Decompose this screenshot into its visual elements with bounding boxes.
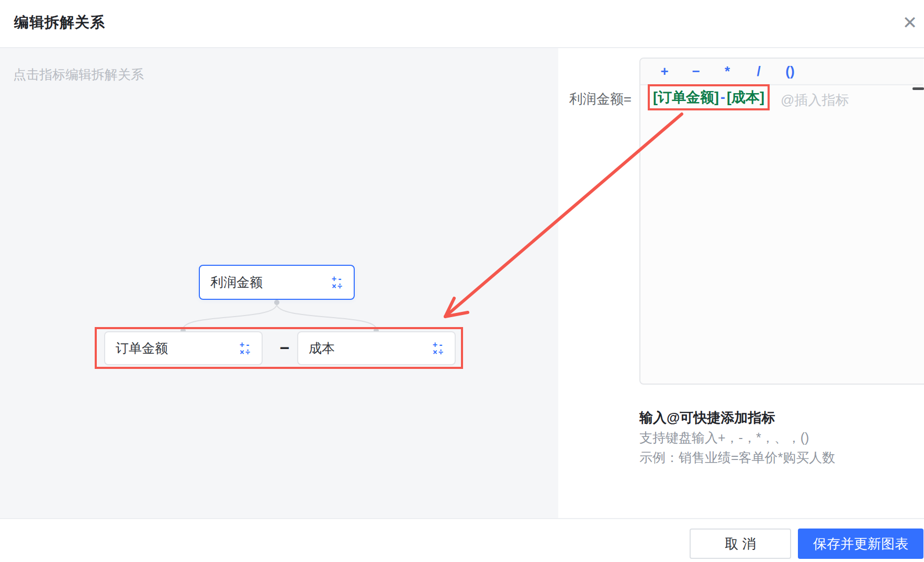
- metric-node-child-order-amount[interactable]: 订单金额 +- ×÷: [104, 331, 263, 365]
- formula-operator-toolbar: + − * / (): [640, 59, 923, 85]
- operators-icon[interactable]: +- ×÷: [332, 275, 343, 290]
- save-and-update-button[interactable]: 保存并更新图表: [798, 529, 923, 559]
- decomposition-canvas[interactable]: 点击指标编辑拆解关系 利润金额 +- ×÷ 订单金额 +- ×÷ − 成本 +-…: [0, 48, 558, 518]
- formula-token-minus[interactable]: -: [719, 89, 727, 106]
- metric-node-parent[interactable]: 利润金额 +- ×÷: [199, 265, 355, 300]
- help-example: 示例：销售业绩=客单价*购买人数: [639, 447, 911, 467]
- between-operator: −: [272, 335, 297, 361]
- cancel-button[interactable]: 取 消: [690, 529, 791, 559]
- highlight-frame-formula: [订单金额] - [成本]: [648, 84, 770, 110]
- help-keyboard-hint: 支持键盘输入+，-，*，、，(): [639, 428, 911, 447]
- formula-token-cost[interactable]: [成本]: [727, 88, 764, 107]
- operators-icon[interactable]: +- ×÷: [433, 341, 444, 356]
- help-title: 输入@可快捷添加指标: [639, 408, 911, 428]
- horizontal-scrollbar-handle[interactable]: [912, 87, 924, 90]
- dialog-header: [0, 0, 924, 48]
- connector-dot: [274, 300, 279, 305]
- formula-token-order-amount[interactable]: [订单金额]: [653, 88, 719, 107]
- metric-node-child-cost[interactable]: 成本 +- ×÷: [297, 331, 456, 365]
- metric-node-label: 订单金额: [116, 340, 168, 357]
- plus-operator-button[interactable]: +: [649, 63, 680, 80]
- divide-operator-button[interactable]: /: [743, 63, 774, 80]
- metric-node-label: 利润金额: [210, 274, 263, 291]
- parentheses-operator-button[interactable]: (): [774, 63, 806, 80]
- formula-placeholder: @插入指标: [781, 91, 849, 109]
- multiply-operator-button[interactable]: *: [712, 63, 743, 80]
- dialog-title: 编辑拆解关系: [14, 13, 105, 32]
- metric-node-label: 成本: [309, 340, 335, 357]
- operators-icon[interactable]: +- ×÷: [240, 341, 251, 356]
- minus-operator-button[interactable]: −: [680, 63, 712, 80]
- formula-help-block: 输入@可快捷添加指标 支持键盘输入+，-，*，、，() 示例：销售业绩=客单价*…: [639, 408, 911, 467]
- close-icon[interactable]: ✕: [899, 12, 921, 33]
- formula-target-label: 利润金额=: [568, 90, 632, 108]
